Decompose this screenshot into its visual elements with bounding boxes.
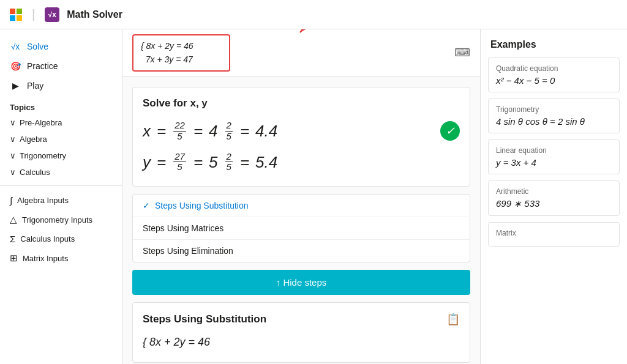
x-decimal: 4.4 <box>255 117 277 146</box>
equals-5: = <box>193 148 203 177</box>
method-check-icon: ✓ <box>143 201 150 210</box>
calculus-inputs-icon: Σ <box>10 234 15 244</box>
red-arrow-svg <box>294 29 355 39</box>
sidebar-topic-calculus[interactable]: ∨ Calculus <box>0 164 122 180</box>
input-area-wrapper: { 8x + 2y = 46 7x + 3y = 47 Type <box>122 29 480 77</box>
sidebar-item-play[interactable]: ▶ Play <box>0 76 122 95</box>
sidebar-item-practice[interactable]: 🎯 Practice <box>0 56 122 76</box>
input-bar: { 8x + 2y = 46 7x + 3y = 47 Type <box>122 29 480 77</box>
equation-line-2: 7x + 3y = 47 <box>141 53 222 66</box>
matrix-inputs-label: Matrix Inputs <box>23 254 68 263</box>
example-quadratic-category: Quadratic equation <box>496 64 612 73</box>
equals-3: = <box>240 117 249 146</box>
chevron-icon-trig: ∨ <box>10 151 16 160</box>
x-mix-den: 5 <box>225 132 233 142</box>
solve-icon: √x <box>10 42 21 51</box>
check-circle: ✓ <box>440 121 460 141</box>
input-bar-right: ⌨ <box>454 46 470 59</box>
solution-card: Solve for x, y x = 22 5 = 4 2 5 <box>132 87 470 187</box>
y-var: y <box>143 148 151 177</box>
method-elimination-label: Steps Using Elimination <box>143 246 233 256</box>
examples-title: Examples <box>481 39 627 58</box>
matrix-inputs-icon: ⊞ <box>10 253 18 264</box>
examples-panel: Examples Quadratic equation x² − 4x − 5 … <box>480 29 627 364</box>
sidebar-topic-trigonometry[interactable]: ∨ Trigonometry <box>0 147 122 164</box>
microsoft-logo <box>10 9 22 21</box>
play-icon: ▶ <box>10 81 21 91</box>
methods-card: ✓ Steps Using Substitution Steps Using M… <box>132 194 470 262</box>
example-quadratic-expr: x² − 4x − 5 = 0 <box>496 75 612 86</box>
equals-2: = <box>193 117 203 146</box>
sidebar-divider <box>0 185 122 186</box>
example-matrix[interactable]: Matrix <box>488 222 620 247</box>
trig-inputs-icon: △ <box>10 214 17 225</box>
hide-steps-button[interactable]: ↑ Hide steps <box>132 270 470 295</box>
chevron-icon-algebra: ∨ <box>10 135 16 144</box>
sidebar-algebra-inputs[interactable]: ∫ Algebra Inputs <box>0 191 122 210</box>
equals-6: = <box>240 148 249 177</box>
steps-copy-icon[interactable]: 📋 <box>446 313 460 326</box>
equals-1: = <box>157 117 166 146</box>
calculus-inputs-label: Calculus Inputs <box>20 234 75 243</box>
example-matrix-category: Matrix <box>496 229 612 237</box>
y-mix-den: 5 <box>225 162 233 173</box>
steps-title-text: Steps Using Substitution <box>143 313 266 325</box>
x-var: x <box>143 117 151 146</box>
steps-title: Steps Using Substitution 📋 <box>143 313 460 326</box>
sidebar-calculus-inputs[interactable]: Σ Calculus Inputs <box>0 229 122 248</box>
y-decimal: 5.4 <box>255 148 277 177</box>
x-mixed: 4 <box>209 117 217 146</box>
method-elimination[interactable]: Steps Using Elimination <box>133 240 470 262</box>
method-matrices-label: Steps Using Matrices <box>143 223 223 233</box>
solve-result: x = 22 5 = 4 2 5 = 4.4 <box>143 117 460 177</box>
app-icon: √x <box>45 7 59 22</box>
pre-algebra-label: Pre-Algebra <box>20 118 62 127</box>
x-frac-num: 22 <box>173 121 186 132</box>
method-matrices[interactable]: Steps Using Matrices <box>133 217 470 240</box>
y-frac-den: 5 <box>176 162 183 173</box>
method-substitution[interactable]: ✓ Steps Using Substitution <box>133 195 470 217</box>
algebra-inputs-icon: ∫ <box>10 195 12 206</box>
y-mixed-fraction: 2 5 <box>225 152 233 173</box>
example-arithmetic[interactable]: Arithmetic 699 ∗ 533 <box>488 180 620 216</box>
method-substitution-label: Steps Using Substitution <box>155 201 249 210</box>
steps-card: Steps Using Substitution 📋 { 8x + 2y = 4… <box>132 302 470 362</box>
sidebar-topic-pre-algebra[interactable]: ∨ Pre-Algebra <box>0 114 122 131</box>
solve-title: Solve for x, y <box>143 97 460 110</box>
trig-label: Trigonometry <box>20 151 66 160</box>
equals-4: = <box>157 148 166 177</box>
x-fraction: 22 5 <box>173 121 186 141</box>
sidebar-matrix-inputs[interactable]: ⊞ Matrix Inputs <box>0 248 122 268</box>
algebra-inputs-label: Algebra Inputs <box>17 196 69 205</box>
steps-equation: { 8x + 2y = 46 <box>143 332 460 352</box>
sidebar-topic-algebra[interactable]: ∨ Algebra <box>0 131 122 147</box>
topics-label: Topics <box>0 95 122 114</box>
example-trig-expr: 4 sin θ cos θ = 2 sin θ <box>496 116 612 127</box>
sidebar-item-solve[interactable]: √x Solve <box>0 37 122 56</box>
example-linear[interactable]: Linear equation y = 3x + 4 <box>488 139 620 174</box>
x-mixed-fraction: 2 5 <box>225 121 233 141</box>
x-result-row: x = 22 5 = 4 2 5 = 4.4 <box>143 117 460 146</box>
y-mix-num: 2 <box>225 152 233 163</box>
chevron-icon-calc: ∨ <box>10 168 16 177</box>
example-trig[interactable]: Trigonometry 4 sin θ cos θ = 2 sin θ <box>488 98 620 133</box>
app-title: Math Solver <box>67 9 122 20</box>
example-quadratic[interactable]: Quadratic equation x² − 4x − 5 = 0 <box>488 58 620 92</box>
y-frac-num: 27 <box>173 152 186 163</box>
header-divider: | <box>32 7 35 21</box>
example-arithmetic-category: Arithmetic <box>496 187 612 196</box>
y-fraction: 27 5 <box>173 152 186 173</box>
example-linear-expr: y = 3x + 4 <box>496 157 612 168</box>
sidebar-play-label: Play <box>27 81 43 91</box>
keyboard-icon[interactable]: ⌨ <box>454 46 470 59</box>
calculus-label: Calculus <box>20 168 50 177</box>
svg-line-1 <box>300 29 331 32</box>
practice-icon: 🎯 <box>10 61 21 71</box>
app-header: | √x Math Solver <box>0 0 627 29</box>
sidebar: √x Solve 🎯 Practice ▶ Play Topics ∨ Pre-… <box>0 29 122 364</box>
sidebar-trig-inputs[interactable]: △ Trigonometry Inputs <box>0 210 122 229</box>
app-container: √x Solve 🎯 Practice ▶ Play Topics ∨ Pre-… <box>0 29 627 364</box>
main-content: { 8x + 2y = 46 7x + 3y = 47 Type <box>122 29 480 364</box>
algebra-label: Algebra <box>20 135 47 144</box>
equation-input-box[interactable]: { 8x + 2y = 46 7x + 3y = 47 <box>132 34 230 72</box>
